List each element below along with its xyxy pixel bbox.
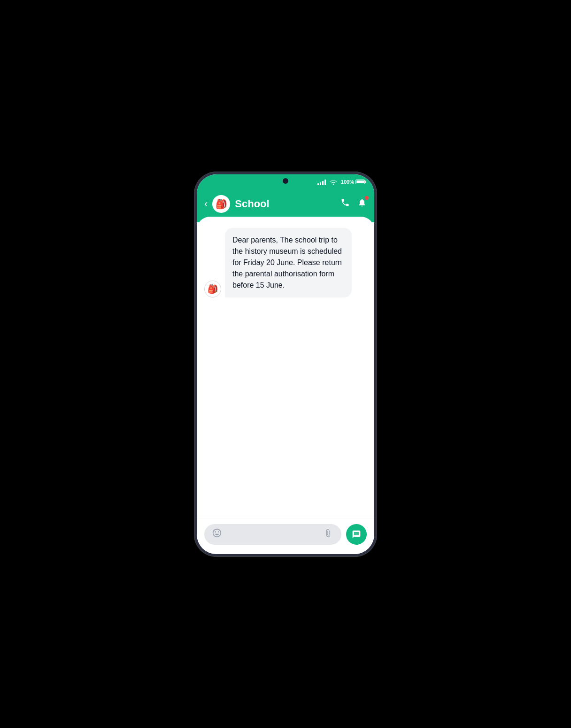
header-left: ‹ 🎒 School: [204, 195, 270, 213]
school-avatar: 🎒: [212, 195, 230, 213]
camera-notch: [283, 178, 288, 184]
notification-button[interactable]: [357, 198, 367, 210]
emoji-button[interactable]: [212, 528, 222, 541]
wifi-icon: [330, 179, 337, 185]
signal-bars: [317, 179, 326, 185]
send-icon: [352, 530, 361, 539]
back-button[interactable]: ‹: [204, 198, 208, 210]
message-text: Dear parents, The school trip to the his…: [232, 236, 342, 289]
header-right: [340, 198, 367, 210]
input-bar: [197, 518, 374, 554]
chat-area[interactable]: 🎒 Dear parents, The school trip to the h…: [197, 217, 374, 518]
battery-status: 100%: [341, 179, 365, 185]
call-button[interactable]: [340, 198, 350, 210]
sender-avatar: 🎒: [204, 281, 221, 297]
status-bar: 100%: [197, 174, 374, 189]
message-input-field[interactable]: [204, 524, 341, 545]
backpack-icon: 🎒: [216, 198, 227, 210]
message-bubble: Dear parents, The school trip to the his…: [225, 228, 352, 297]
battery-percentage: 100%: [341, 179, 354, 185]
school-title: School: [235, 198, 269, 210]
battery-icon: [355, 180, 365, 184]
phone-screen: 100% ‹ 🎒 School: [197, 174, 374, 554]
sender-backpack-icon: 🎒: [208, 284, 218, 294]
notification-badge: [365, 196, 369, 200]
phone-frame: 100% ‹ 🎒 School: [194, 172, 377, 557]
message-row: 🎒 Dear parents, The school trip to the h…: [204, 228, 367, 297]
send-button[interactable]: [346, 524, 367, 545]
attach-button[interactable]: [324, 528, 334, 540]
